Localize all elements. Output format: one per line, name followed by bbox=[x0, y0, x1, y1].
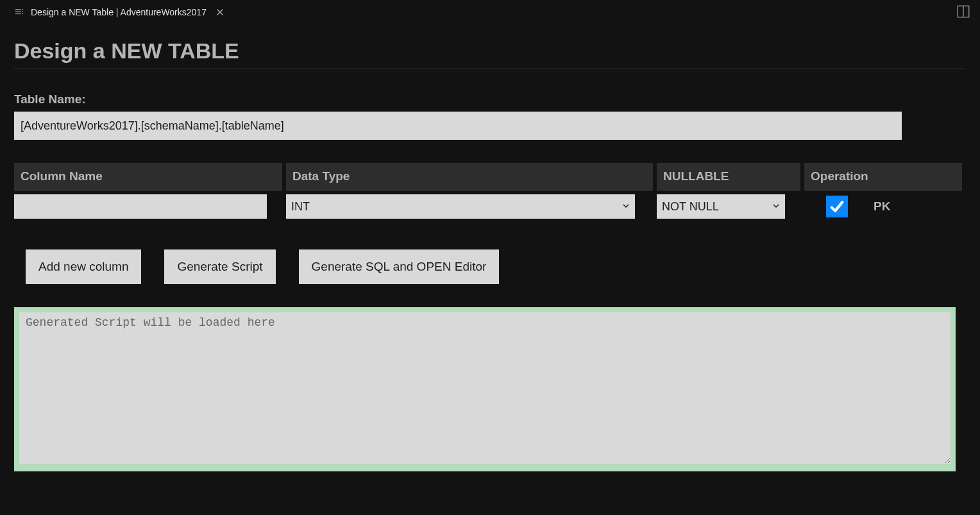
document-icon bbox=[14, 7, 24, 17]
data-type-select[interactable]: INT bbox=[286, 194, 635, 219]
action-buttons: Add new column Generate Script Generate … bbox=[26, 249, 966, 284]
cell-column-name bbox=[14, 190, 282, 219]
cell-nullable: NOT NULL bbox=[657, 190, 800, 219]
pk-label: PK bbox=[874, 199, 890, 214]
generate-open-editor-button[interactable]: Generate SQL and OPEN Editor bbox=[299, 249, 500, 284]
header-column-name: Column Name bbox=[14, 163, 282, 190]
main-content: Design a NEW TABLE Table Name: Column Na… bbox=[0, 24, 980, 471]
table-name-input[interactable] bbox=[14, 112, 902, 140]
tab-bar: Design a NEW Table | AdventureWorks2017 bbox=[0, 0, 980, 24]
add-column-button[interactable]: Add new column bbox=[26, 249, 141, 284]
title-divider bbox=[14, 69, 966, 69]
columns-grid: Column Name Data Type NULLABLE Operation… bbox=[14, 163, 938, 219]
column-name-input[interactable] bbox=[14, 194, 267, 219]
tab-title: Design a NEW Table | AdventureWorks2017 bbox=[31, 7, 207, 17]
table-name-label: Table Name: bbox=[14, 92, 966, 106]
script-output[interactable] bbox=[19, 312, 950, 464]
page-title: Design a NEW TABLE bbox=[14, 38, 966, 63]
script-container bbox=[14, 307, 956, 471]
nullable-select[interactable]: NOT NULL bbox=[657, 194, 785, 219]
active-tab[interactable]: Design a NEW Table | AdventureWorks2017 bbox=[6, 2, 232, 22]
header-nullable: NULLABLE bbox=[657, 163, 800, 190]
pk-checkbox[interactable] bbox=[826, 196, 848, 217]
header-data-type: Data Type bbox=[286, 163, 653, 190]
cell-operation: PK bbox=[804, 190, 962, 219]
generate-script-button[interactable]: Generate Script bbox=[164, 249, 275, 284]
split-editor-icon[interactable] bbox=[957, 5, 970, 18]
close-icon[interactable] bbox=[215, 8, 224, 17]
header-operation: Operation bbox=[804, 163, 962, 190]
cell-data-type: INT bbox=[286, 190, 653, 219]
